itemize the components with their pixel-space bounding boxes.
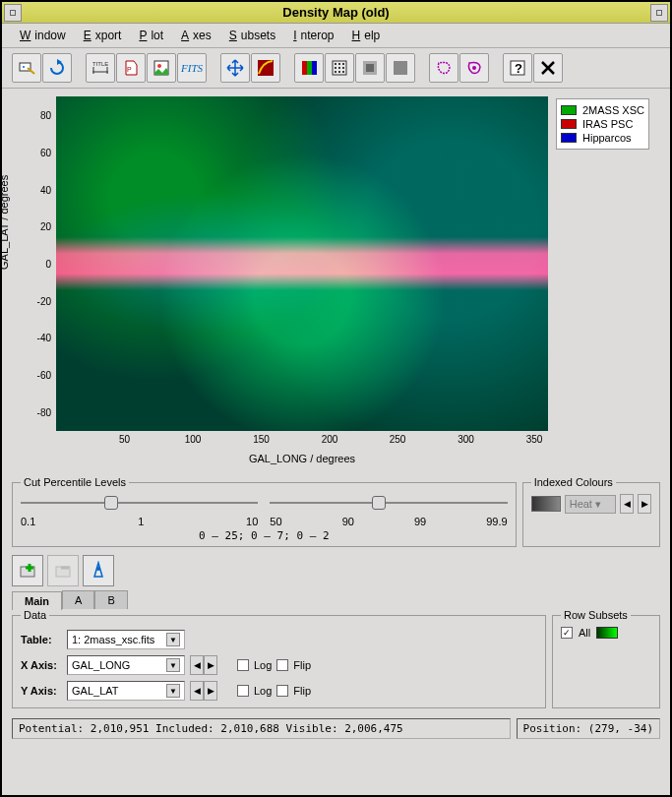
subset-colour-swatch[interactable]	[596, 627, 618, 639]
svg-text:?: ?	[515, 61, 522, 76]
svg-point-12	[338, 63, 340, 65]
x-axis-label: GAL_LONG / degrees	[56, 451, 548, 464]
yaxis-prev-button[interactable]: ◀	[190, 681, 204, 701]
subset-all-checkbox[interactable]: ✓	[561, 627, 573, 639]
xaxis-select[interactable]: GAL_LONG ▼	[67, 655, 185, 675]
add-dataset-button[interactable]	[12, 555, 43, 586]
close-icon[interactable]	[533, 53, 563, 83]
menu-axes[interactable]: Axes	[173, 27, 215, 44]
table-label: Table:	[21, 634, 62, 645]
region-blob-icon[interactable]	[459, 53, 489, 83]
status-bar: Potential: 2,010,951 Included: 2,010,688…	[2, 714, 670, 745]
region-draw-icon[interactable]	[429, 53, 458, 83]
svg-rect-21	[366, 64, 374, 72]
app-window: Density Map (old) Window Export Plot Axe…	[0, 0, 672, 797]
svg-point-28	[96, 567, 100, 571]
blur-icon[interactable]	[355, 53, 385, 83]
svg-point-19	[342, 71, 344, 73]
chevron-down-icon: ▼	[166, 658, 180, 672]
xaxis-prev-button[interactable]: ◀	[190, 655, 204, 675]
colour-next-button[interactable]: ▶	[638, 494, 651, 514]
xaxis-next-button[interactable]: ▶	[204, 655, 217, 675]
svg-point-11	[335, 63, 336, 65]
window-maximize-button[interactable]	[650, 4, 668, 22]
xaxis-log-checkbox[interactable]	[237, 659, 249, 671]
svg-point-5	[157, 64, 161, 68]
yaxis-next-button[interactable]: ▶	[204, 681, 217, 701]
svg-text:TITLE: TITLE	[92, 61, 108, 67]
indexed-colours-panel: Indexed Colours Heat ▾ ◀ ▶	[522, 476, 660, 547]
svg-rect-22	[394, 61, 407, 75]
xaxis-label: X Axis:	[21, 659, 62, 671]
legend-item: IRAS PSC	[561, 117, 644, 131]
cut-low-slider[interactable]	[21, 494, 258, 514]
menu-export[interactable]: Export	[76, 27, 126, 44]
chevron-down-icon: ▼	[166, 633, 180, 646]
y-axis-ticks: 806040 200-20 -40-60-80	[12, 96, 56, 431]
window-title: Density Map (old)	[282, 5, 389, 20]
tab-a[interactable]: A	[62, 590, 94, 609]
pdf-export-icon[interactable]: P	[116, 53, 146, 83]
window-menu-button[interactable]	[4, 4, 22, 22]
dataset-buttons	[2, 551, 670, 590]
y-axis-label: GAL_LAT / degrees	[0, 175, 10, 270]
svg-point-1	[23, 66, 25, 68]
svg-point-13	[342, 63, 344, 65]
help-icon[interactable]: ?	[503, 53, 532, 83]
svg-point-23	[472, 66, 476, 70]
axes-config-icon[interactable]: TITLE	[86, 53, 115, 83]
svg-rect-7	[302, 61, 307, 75]
data-panel: Data Table: 1: 2mass_xsc.fits ▼ X Axis: …	[12, 609, 546, 708]
svg-point-16	[342, 67, 344, 69]
colour-prev-button[interactable]: ◀	[620, 494, 634, 514]
yaxis-label: Y Axis:	[21, 685, 62, 697]
yaxis-select[interactable]: GAL_LAT ▼	[67, 681, 185, 701]
plot-main: GAL_LAT / degrees 806040 200-20 -40-60-8…	[12, 96, 548, 464]
dataset-tabs: Main A B	[2, 590, 670, 609]
image-export-icon[interactable]	[147, 53, 176, 83]
yaxis-log-checkbox[interactable]	[237, 685, 249, 697]
svg-point-15	[338, 67, 340, 69]
density-plot[interactable]	[56, 96, 548, 431]
yaxis-flip-checkbox[interactable]	[276, 685, 288, 697]
svg-text:P: P	[127, 66, 132, 73]
status-position: Position: (279, -34)	[517, 718, 660, 739]
chevron-down-icon: ▼	[166, 684, 180, 698]
tab-b[interactable]: B	[94, 590, 127, 609]
x-axis-ticks: 50100150 200250300 350	[56, 431, 548, 451]
legend: 2MASS XSC IRAS PSC Hipparcos	[556, 98, 649, 150]
svg-point-17	[335, 71, 336, 73]
xaxis-flip-checkbox[interactable]	[276, 659, 288, 671]
indexed-colours-title: Indexed Colours	[531, 476, 616, 488]
rgb-icon[interactable]	[294, 53, 324, 83]
menu-subsets[interactable]: Subsets	[221, 27, 279, 44]
refresh-icon[interactable]	[42, 53, 72, 83]
row-subsets-panel: Row Subsets ✓ All	[552, 609, 660, 708]
svg-rect-9	[312, 61, 317, 75]
fits-export-icon[interactable]: FITS	[177, 53, 207, 83]
table-select[interactable]: 1: 2mass_xsc.fits ▼	[67, 630, 185, 649]
pan-zoom-icon[interactable]	[220, 53, 250, 83]
replot-icon[interactable]	[12, 53, 41, 83]
menu-interop[interactable]: Interop	[285, 27, 337, 44]
menu-window[interactable]: Window	[12, 27, 70, 44]
rescale-icon[interactable]	[251, 53, 280, 83]
titlebar[interactable]: Density Map (old)	[2, 2, 670, 24]
remove-dataset-button[interactable]	[47, 555, 79, 586]
toolbar: TITLE P FITS ?	[2, 48, 670, 89]
legend-item: Hipparcos	[561, 131, 644, 145]
colour-map-select[interactable]: Heat ▾	[565, 495, 616, 514]
menu-help[interactable]: Help	[344, 27, 385, 44]
tab-main[interactable]: Main	[12, 591, 62, 610]
cut-levels-panel: Cut Percentile Levels 0.1 1 10	[12, 476, 517, 547]
dataset-config-button[interactable]	[83, 555, 114, 586]
menu-plot[interactable]: Plot	[131, 27, 167, 44]
subset-label: All	[579, 627, 590, 639]
cut-high-slider[interactable]	[270, 494, 507, 514]
svg-rect-8	[307, 61, 312, 75]
svg-point-14	[335, 67, 336, 69]
plot-area: GAL_LAT / degrees 806040 200-20 -40-60-8…	[2, 89, 670, 472]
status-counts: Potential: 2,010,951 Included: 2,010,688…	[12, 718, 511, 739]
grid-icon[interactable]	[325, 53, 354, 83]
mask-icon[interactable]	[386, 53, 415, 83]
